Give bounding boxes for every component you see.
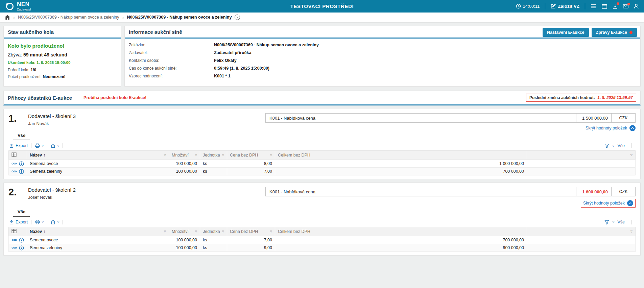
filter-caret-icon[interactable]: ▽ bbox=[164, 154, 166, 157]
close-tab-icon[interactable]: × bbox=[235, 15, 240, 20]
filter-caret-icon[interactable]: ▽ bbox=[630, 154, 633, 157]
col-name[interactable]: Název↑▽ bbox=[27, 151, 169, 160]
row-info-icon[interactable] bbox=[19, 169, 24, 174]
filter-caret-icon[interactable]: ▽ bbox=[164, 230, 166, 233]
tab-vse[interactable]: Vše bbox=[13, 132, 30, 140]
filter-caret-icon[interactable]: ▽ bbox=[270, 230, 272, 233]
col-total[interactable]: Celkem bez DPH bbox=[275, 227, 527, 236]
last-change-box: Poslední změna aukčních hodnot: 1. 8. 20… bbox=[526, 94, 636, 102]
info-row: Vzorec hodnocení: K001 * 1 bbox=[129, 74, 636, 78]
col-unit[interactable]: Jednotka▽ bbox=[200, 227, 227, 236]
row-info-icon[interactable] bbox=[19, 238, 24, 243]
print-button[interactable]: ▽ bbox=[35, 143, 44, 148]
toolbar-divider bbox=[63, 143, 63, 148]
participant-identity: Dodavatel - školení 2 Josef Novák bbox=[28, 187, 76, 208]
grid-icon bbox=[11, 229, 17, 233]
col-grid bbox=[9, 151, 27, 160]
breadcrumb-home[interactable] bbox=[5, 15, 10, 20]
show-all-link[interactable]: Vše bbox=[617, 220, 625, 224]
auction-info-actions: Nastavení E-aukce Zprávy E-aukce bbox=[543, 28, 637, 37]
cell-qty: 100 000,00 bbox=[169, 168, 200, 175]
hide-item-values[interactable]: Skrýt hodnoty položek bbox=[586, 125, 636, 131]
brand-role: Zadavatel bbox=[17, 8, 31, 11]
row-menu-icon[interactable] bbox=[11, 239, 17, 241]
col-unit[interactable]: Jednotka▽ bbox=[200, 151, 227, 160]
last-change-value: 1. 8. 2025 13:59:57 bbox=[597, 95, 633, 100]
col-qty[interactable]: Množství▽ bbox=[169, 227, 200, 236]
col-name[interactable]: Název↑▽ bbox=[27, 227, 169, 236]
export-icon bbox=[9, 220, 14, 224]
row-menu-icon[interactable] bbox=[11, 163, 17, 165]
filter-button[interactable] bbox=[604, 144, 609, 148]
user-button[interactable] bbox=[634, 4, 639, 9]
share-button[interactable]: ▽ bbox=[51, 220, 59, 224]
collapse-chevron-icon[interactable] bbox=[629, 125, 636, 131]
row-menu-icon[interactable] bbox=[11, 170, 17, 172]
eauction-messages-button[interactable]: Zprávy E-aukce bbox=[592, 28, 637, 37]
caret-down-icon[interactable]: ▽ bbox=[612, 221, 614, 223]
menu-button[interactable] bbox=[591, 4, 596, 8]
filter-caret-icon[interactable]: ▽ bbox=[630, 230, 633, 233]
create-vz-button[interactable]: Založit VZ bbox=[551, 4, 579, 9]
filter-caret-icon[interactable]: ▽ bbox=[270, 154, 272, 157]
hide-item-values-link[interactable]: Skrýt hodnoty položek bbox=[583, 201, 625, 206]
print-button[interactable]: ▽ bbox=[35, 220, 44, 224]
info-label: Kontaktní osoba: bbox=[129, 58, 214, 63]
collapse-chevron-icon[interactable] bbox=[627, 200, 633, 206]
table-row[interactable]: Semena ovoce 100 000,00 ks 7,00 700 000,… bbox=[9, 236, 636, 244]
create-vz-label: Založit VZ bbox=[558, 4, 579, 9]
bid-value: 1 500 000,00 bbox=[576, 113, 612, 123]
show-all-link[interactable]: Vše bbox=[617, 143, 625, 148]
notification-badge bbox=[627, 3, 630, 5]
col-qty[interactable]: Množství▽ bbox=[169, 151, 200, 160]
col-total-label: Celkem bez DPH bbox=[278, 229, 310, 234]
tab-vse[interactable]: Vše bbox=[13, 208, 30, 217]
table-row[interactable]: Semena zeleniny 100 000,00 ks 7,00 700 0… bbox=[9, 168, 636, 175]
messages-button[interactable] bbox=[623, 4, 628, 8]
table-row[interactable]: Semena ovoce 100 000,00 ks 8,00 1 000 00… bbox=[9, 160, 636, 168]
bid-summary-row: K001 - Nabídková cena 1 600 000,00 CZK bbox=[265, 187, 636, 196]
row-info-icon[interactable] bbox=[19, 245, 24, 250]
toolbar-divider bbox=[63, 220, 63, 224]
filter-caret-icon[interactable]: ▽ bbox=[195, 230, 197, 233]
tab-bar: Vše bbox=[8, 132, 636, 140]
eauction-settings-button[interactable]: Nastavení E-aukce bbox=[543, 28, 589, 37]
bid-block: K001 - Nabídková cena 1 500 000,00 CZK S… bbox=[265, 113, 636, 131]
participant-card: 1. Dodavatel - školení 3 Jan Novák K001 … bbox=[3, 109, 641, 179]
col-total[interactable]: Celkem bez DPH bbox=[275, 151, 527, 160]
table-row[interactable]: Semena zeleniny 100 000,00 ks 9,00 900 0… bbox=[9, 244, 636, 252]
caret-down-icon[interactable]: ▽ bbox=[612, 144, 614, 147]
share-icon bbox=[51, 143, 55, 148]
round-end-label: Ukončení kola: bbox=[8, 61, 35, 65]
round-extensions-value: Neomezeně bbox=[43, 74, 65, 79]
bid-block: K001 - Nabídková cena 1 600 000,00 CZK S… bbox=[265, 187, 636, 208]
bids-table: Název↑▽ Množství▽ Jednotka▽ Cena bez DPH… bbox=[8, 227, 636, 252]
bid-currency: CZK bbox=[611, 187, 636, 196]
filter-caret-icon[interactable]: ▽ bbox=[195, 154, 197, 157]
summary-panels: Stav aukčního kola Kolo bylo prodlouženo… bbox=[3, 26, 641, 87]
row-menu-icon[interactable] bbox=[11, 247, 17, 249]
hide-item-values[interactable]: Skrýt hodnoty položek bbox=[581, 199, 636, 208]
cell-name: Semena zeleniny bbox=[27, 244, 169, 252]
filter-button[interactable] bbox=[604, 220, 609, 224]
hide-item-values-link[interactable]: Skrýt hodnoty položek bbox=[586, 126, 627, 130]
downloads-button[interactable] bbox=[613, 4, 618, 9]
calendar-button[interactable] bbox=[602, 4, 607, 9]
toolbar-divider bbox=[31, 220, 31, 224]
bid-criterion-label: K001 - Nabídková cena bbox=[265, 187, 576, 196]
breadcrumb-link[interactable]: N006/25/V00007369 - Nákup semen ovoce a … bbox=[18, 15, 119, 20]
nen-logo[interactable]: NEN Zadavatel bbox=[5, 1, 31, 11]
share-button[interactable]: ▽ bbox=[51, 143, 59, 148]
row-info-icon[interactable] bbox=[19, 161, 24, 166]
col-name-label: Název bbox=[30, 229, 42, 234]
filter-caret-icon[interactable]: ▽ bbox=[222, 230, 224, 233]
export-button[interactable]: Export bbox=[9, 143, 28, 148]
filter-caret-icon[interactable]: ▽ bbox=[222, 154, 224, 157]
col-price[interactable]: Cena bez DPH▽ bbox=[227, 227, 275, 236]
bid-summary-row: K001 - Nabídková cena 1 500 000,00 CZK bbox=[265, 113, 636, 123]
grid-toolbar: Export ▽ ▽ ▽ Vše bbox=[8, 143, 636, 148]
export-button[interactable]: Export bbox=[9, 220, 28, 224]
bid-value: 1 600 000,00 bbox=[576, 187, 612, 196]
col-price-label: Cena bez DPH bbox=[230, 229, 258, 234]
col-price[interactable]: Cena bez DPH▽ bbox=[227, 151, 275, 160]
